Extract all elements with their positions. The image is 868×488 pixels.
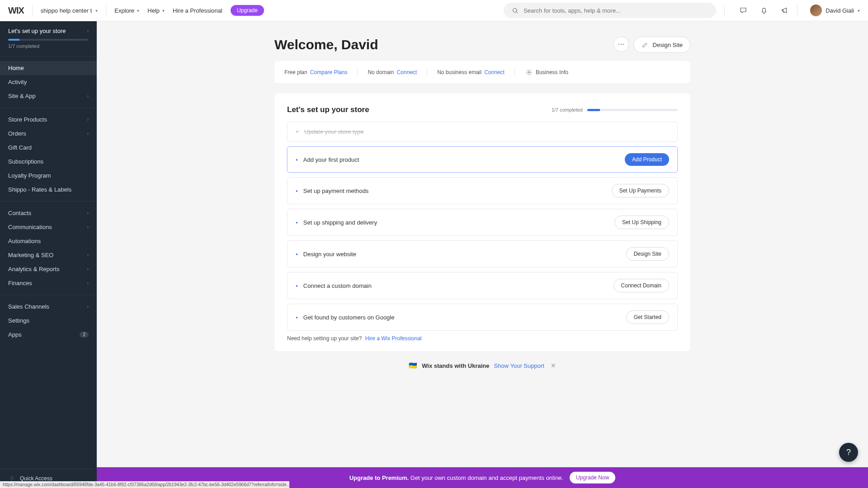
sidebar-nav: HomeActivitySite & App›Store Products›Or… (0, 59, 97, 343)
divider (0, 295, 97, 295)
wix-logo[interactable]: WIX (8, 5, 24, 16)
sidebar-item-settings[interactable]: Settings (0, 314, 97, 328)
bell-icon[interactable] (760, 6, 768, 14)
sidebar-progress-label: 1/7 completed (8, 43, 89, 49)
gear-icon (525, 68, 533, 76)
task-row[interactable]: ●Set up payment methodsSet Up Payments (287, 177, 678, 204)
connect-email-link[interactable]: Connect (484, 69, 505, 75)
ukraine-banner: 🇺🇦 Wix stands with Ukraine Show Your Sup… (274, 361, 690, 370)
task-cta-button[interactable]: Design Site (626, 247, 669, 261)
avatar (810, 5, 822, 16)
sidebar-item-apps[interactable]: Apps2 (0, 328, 97, 342)
upgrade-button[interactable]: Upgrade (231, 5, 264, 16)
sidebar-item-contacts[interactable]: Contacts› (0, 206, 97, 220)
search-wrap (504, 3, 716, 18)
sidebar-item-loyalty-program[interactable]: Loyalty Program (0, 169, 97, 183)
show-support-link[interactable]: Show Your Support (494, 362, 544, 369)
sidebar-item-label: Contacts (8, 210, 31, 216)
site-switcher[interactable]: shippo help center t ▾ (41, 7, 98, 14)
sidebar-item-marketing-seo[interactable]: Marketing & SEO› (0, 248, 97, 262)
site-info-card: Free plan Compare Plans No domain Connec… (274, 61, 690, 84)
task-row[interactable]: ✓Update your store type (287, 122, 678, 142)
sidebar-item-label: Apps (8, 331, 22, 338)
plan-label: Free plan (284, 69, 307, 75)
megaphone-icon[interactable] (781, 6, 789, 14)
task-label: Set up payment methods (303, 188, 369, 194)
upgrade-now-button[interactable]: Upgrade Now (570, 472, 615, 483)
design-site-button[interactable]: Design Site (633, 37, 690, 53)
top-bar: WIX shippo help center t ▾ Explore ▾ Hel… (0, 0, 868, 21)
sidebar-item-shippo-rates-labels[interactable]: Shippo - Rates & Labels (0, 183, 97, 197)
hire-professional-link[interactable]: Hire a Professional (173, 7, 222, 14)
business-info-link[interactable]: Business Info (525, 68, 568, 76)
divider (0, 56, 97, 56)
user-menu[interactable]: David Giali ▾ (810, 5, 860, 16)
explore-menu[interactable]: Explore ▾ (114, 7, 139, 14)
page-title: Welcome, David (274, 37, 378, 52)
sidebar-item-store-products[interactable]: Store Products› (0, 113, 97, 127)
help-menu[interactable]: Help ▾ (147, 7, 165, 14)
sidebar-item-home[interactable]: Home (0, 61, 97, 75)
sidebar-item-label: Subscriptions (8, 158, 43, 165)
task-cta-button[interactable]: Connect Domain (613, 279, 669, 292)
chevron-right-icon: › (87, 94, 89, 99)
task-cta-button[interactable]: Add Product (625, 153, 669, 166)
sidebar-item-label: Finances (8, 280, 32, 286)
search-box[interactable] (504, 3, 716, 18)
help-fab[interactable]: ? (839, 443, 858, 462)
task-row[interactable]: ●Get found by customers on GoogleGet Sta… (287, 304, 678, 331)
more-button[interactable]: ⋯ (613, 37, 629, 52)
sidebar-progress (8, 39, 89, 41)
dot-icon: ● (296, 315, 298, 319)
task-row[interactable]: ●Add your first productAdd Product (287, 146, 678, 173)
hire-wix-pro-link[interactable]: Hire a Wix Professional (365, 335, 422, 342)
chevron-down-icon: ▾ (137, 8, 139, 13)
chevron-right-icon: › (87, 267, 89, 272)
task-label: Get found by customers on Google (303, 314, 395, 321)
close-icon[interactable]: ✕ (551, 362, 556, 369)
sidebar-setup-card[interactable]: Let's set up your store › 1/7 completed (0, 21, 97, 53)
task-label: Design your website (303, 251, 356, 258)
sidebar-item-label: Activity (8, 79, 27, 85)
question-icon: ? (846, 448, 851, 457)
ukraine-text: Wix stands with Ukraine (422, 362, 489, 369)
connect-domain-link[interactable]: Connect (396, 69, 417, 75)
check-icon: ✓ (296, 130, 299, 134)
task-cta-button[interactable]: Get Started (626, 310, 669, 324)
dots-icon: ⋯ (618, 41, 624, 48)
search-input[interactable] (524, 7, 709, 14)
sidebar-item-analytics-reports[interactable]: Analytics & Reports› (0, 262, 97, 276)
task-cta-button[interactable]: Set Up Shipping (614, 216, 669, 229)
sidebar-item-site-app[interactable]: Site & App› (0, 89, 97, 103)
email-label: No business email (437, 69, 481, 75)
chevron-right-icon: › (87, 225, 89, 230)
compare-plans-link[interactable]: Compare Plans (310, 69, 348, 75)
sidebar-item-sales-channels[interactable]: Sales Channels› (0, 300, 97, 314)
sidebar-item-gift-card[interactable]: Gift Card (0, 141, 97, 155)
divider (357, 69, 358, 76)
sidebar-item-communications[interactable]: Communications› (0, 220, 97, 234)
divider (106, 5, 106, 15)
task-row[interactable]: ●Design your websiteDesign Site (287, 240, 678, 267)
dot-icon: ● (296, 252, 298, 256)
sidebar-item-subscriptions[interactable]: Subscriptions (0, 155, 97, 169)
sidebar-item-finances[interactable]: Finances› (0, 276, 97, 290)
sidebar-setup-title: Let's set up your store (8, 28, 66, 34)
sidebar-item-orders[interactable]: Orders› (0, 127, 97, 141)
task-cta-button[interactable]: Set Up Payments (612, 184, 669, 197)
svg-point-2 (528, 71, 530, 73)
task-row[interactable]: ●Connect a custom domainConnect Domain (287, 272, 678, 299)
task-row[interactable]: ●Set up shipping and deliverySet Up Ship… (287, 209, 678, 236)
task-label: Connect a custom domain (303, 282, 372, 289)
design-site-label: Design Site (653, 42, 683, 48)
sidebar-item-automations[interactable]: Automations (0, 234, 97, 248)
dot-icon: ● (296, 221, 298, 225)
sidebar-item-label: Loyalty Program (8, 172, 51, 179)
inbox-icon[interactable] (739, 6, 747, 14)
sidebar-item-activity[interactable]: Activity (0, 75, 97, 89)
top-icons (739, 6, 789, 14)
help-label: Help (147, 7, 160, 14)
divider (0, 201, 97, 202)
sidebar-item-label: Settings (8, 317, 29, 324)
upsell-text: Get your own custom domain and accept pa… (410, 474, 563, 481)
